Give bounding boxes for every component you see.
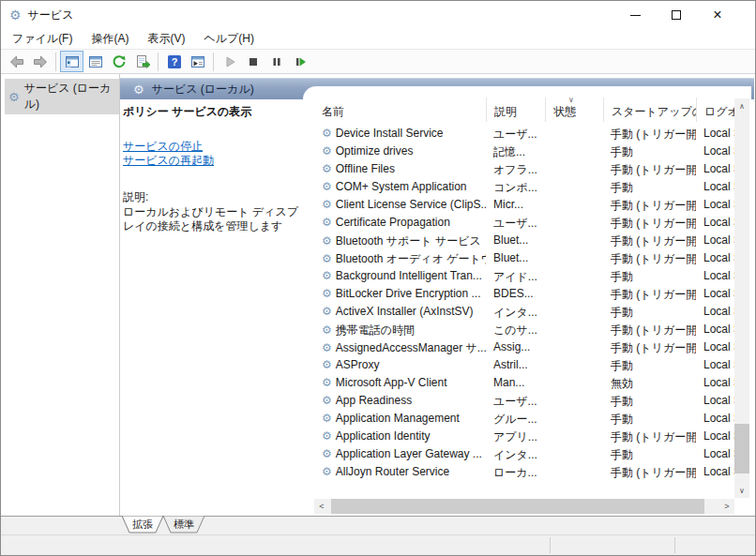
refresh-button[interactable] (107, 51, 130, 72)
minimize-button[interactable] (614, 1, 656, 29)
service-row[interactable]: ⚙Certificate Propagation ユーザ... 手動 (トリガー… (303, 213, 734, 231)
services-gear-icon: ⚙ (8, 91, 20, 103)
stop-service-button[interactable] (241, 51, 265, 72)
service-row[interactable]: ⚙AssignedAccessManager サ... Assig... 手動 … (303, 338, 734, 355)
start-service-button[interactable] (218, 51, 241, 72)
service-row[interactable]: ⚙COM+ System Application コンポ... 手動 Local… (303, 177, 734, 195)
service-logon-cell: Local S (696, 409, 734, 427)
service-description: ローカルおよびリモート ディスプレイの接続と構成を管理します (123, 205, 303, 233)
column-header-name[interactable]: 名前 (314, 98, 486, 122)
service-row[interactable]: ⚙携帯電話の時間 このサ... 手動 (トリガー開始) Local S (303, 320, 734, 338)
column-header-status[interactable]: 状態 (545, 98, 603, 122)
service-row[interactable]: ⚙Device Install Service ユーザ... 手動 (トリガー開… (303, 124, 734, 142)
service-row[interactable]: ⚙Application Identity アプリ... 手動 (トリガー開始)… (303, 427, 734, 444)
service-description-cell: グルー... (486, 409, 545, 427)
selected-service-name: ポリシー サービスの表示 (123, 104, 303, 120)
service-status-cell (545, 444, 603, 462)
service-logon-cell: Local S (696, 248, 734, 266)
tab-standard[interactable]: 標準 (162, 516, 205, 533)
service-name-cell: ⚙Application Layer Gateway ... (314, 444, 486, 462)
extended-view-button[interactable] (186, 51, 209, 72)
column-header-logon[interactable]: ログオン (696, 98, 738, 122)
service-name-cell: ⚙Device Install Service (314, 124, 486, 142)
close-button[interactable]: × (697, 1, 738, 29)
column-header-startup-type[interactable]: スタートアップの種類 (603, 98, 696, 122)
service-row[interactable]: ⚙ASProxy Astril... 手動 Local S (303, 355, 734, 373)
service-row[interactable]: ⚙App Readiness ユーザ... 手動 Local S (303, 391, 734, 409)
start-service-icon (223, 55, 236, 68)
maximize-icon (672, 10, 681, 20)
service-row[interactable]: ⚙Bluetooth オーディオ ゲートウェ... Bluet... 手動 (ト… (303, 248, 734, 266)
service-startup-cell: 手動 (トリガー開始) (603, 213, 696, 231)
show-console-tree-button[interactable] (60, 51, 83, 72)
horizontal-scroll-thumb[interactable] (331, 499, 704, 514)
pause-service-button[interactable] (265, 51, 288, 72)
service-gear-icon: ⚙ (322, 127, 332, 140)
scroll-right-icon[interactable]: > (719, 499, 734, 514)
toolbar-separator (213, 53, 214, 71)
service-row[interactable]: ⚙Optimize drives 記憶... 手動 Local S (303, 142, 734, 159)
service-gear-icon: ⚙ (322, 144, 332, 158)
window-controls: × (614, 1, 738, 29)
service-logon-cell: Local S (696, 124, 734, 142)
service-row[interactable]: ⚙Application Management グルー... 手動 Local … (303, 409, 734, 427)
menu-help[interactable]: ヘルプ(H) (194, 29, 264, 49)
service-logon-cell: Local S (696, 231, 734, 248)
service-row[interactable]: ⚙Client License Service (ClipS... Micr..… (303, 195, 734, 213)
export-list-icon (135, 54, 150, 69)
service-name-cell: ⚙Bluetooth オーディオ ゲートウェ... (314, 248, 486, 266)
vertical-scroll-thumb[interactable] (734, 424, 749, 473)
tab-extended[interactable]: 拡張 (121, 516, 164, 533)
services-pane: ⚙ サービス (ローカル) ポリシー サービスの表示 サービスの停止 サービスの… (120, 74, 755, 516)
service-row[interactable]: ⚙AllJoyn Router Service ローカ... 手動 (トリガー開… (303, 462, 734, 480)
scroll-left-icon[interactable]: < (314, 499, 329, 514)
service-gear-icon: ⚙ (322, 358, 332, 371)
menu-action[interactable]: 操作(A) (82, 29, 138, 49)
service-row[interactable]: ⚙Offline Files オフラ... 手動 (トリガー開始) Local … (303, 159, 734, 177)
service-status-cell (545, 409, 603, 427)
service-startup-cell: 手動 (603, 302, 696, 320)
service-row[interactable]: ⚙Microsoft App-V Client Man... 無効 Local … (303, 373, 734, 391)
horizontal-scrollbar[interactable]: < > (314, 499, 734, 514)
service-description-cell: Assig... (486, 338, 545, 355)
svg-text:?: ? (171, 56, 177, 68)
service-logon-cell: Local S (696, 284, 734, 302)
service-description-cell: このサ... (486, 320, 545, 338)
service-status-cell (545, 213, 603, 231)
column-header-description[interactable]: 説明 (486, 98, 545, 122)
stop-service-link[interactable]: サービスの停止 (123, 140, 303, 154)
help-button[interactable]: ? (162, 51, 186, 72)
service-row[interactable]: ⚙BitLocker Drive Encryption ... BDES... … (303, 284, 734, 302)
scroll-up-icon[interactable]: ∧ (734, 98, 749, 113)
service-row[interactable]: ⚙Application Layer Gateway ... インタ... 手動… (303, 444, 734, 462)
service-status-cell (545, 338, 603, 355)
maximize-button[interactable] (656, 1, 697, 29)
service-gear-icon: ⚙ (322, 394, 332, 407)
export-list-button[interactable] (130, 51, 154, 72)
service-startup-cell: 手動 (トリガー開始) (603, 338, 696, 355)
tree-item-services-local[interactable]: ⚙ サービス (ローカル) (5, 79, 119, 114)
back-button[interactable] (5, 51, 28, 72)
service-logon-cell: Local S (696, 462, 734, 480)
menu-view[interactable]: 表示(V) (138, 29, 194, 49)
scroll-down-icon[interactable]: ∨ (734, 483, 749, 498)
service-row[interactable]: ⚙Bluetooth サポート サービス Bluet... 手動 (トリガー開始… (303, 231, 734, 248)
service-logon-cell: Local S (696, 302, 734, 320)
properties-button[interactable] (83, 51, 107, 72)
vertical-scrollbar[interactable]: ∧ ∨ (734, 98, 749, 498)
main-content: ⚙ サービス (ローカル) ⚙ サービス (ローカル) ポリシー サービスの表示… (1, 74, 755, 516)
service-status-cell (545, 142, 603, 159)
restart-service-link[interactable]: サービスの再起動 (123, 154, 303, 168)
services-window: ⚙ サービス × ファイル(F) 操作(A) 表示(V) ヘルプ(H) (0, 0, 756, 556)
service-row[interactable]: ⚙ActiveX Installer (AxInstSV) インタ... 手動 … (303, 302, 734, 320)
console-tree-panel: ⚙ サービス (ローカル) (1, 74, 120, 516)
service-row[interactable]: ⚙Background Intelligent Tran... アイド... 手… (303, 266, 734, 284)
service-name-cell: ⚙BitLocker Drive Encryption ... (314, 284, 486, 302)
service-startup-cell: 無効 (603, 373, 696, 391)
service-description-cell: Bluet... (486, 231, 545, 248)
restart-service-button[interactable] (288, 51, 311, 72)
forward-button[interactable] (28, 51, 52, 72)
service-startup-cell: 手動 (トリガー開始) (603, 462, 696, 480)
service-status-cell (545, 231, 603, 248)
menu-file[interactable]: ファイル(F) (3, 29, 82, 49)
